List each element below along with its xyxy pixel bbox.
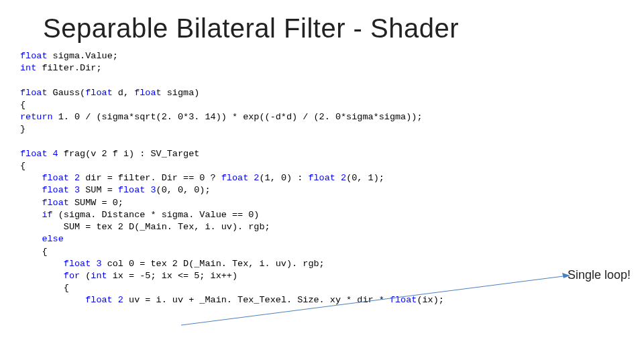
code-text: {	[20, 283, 69, 293]
keyword: float	[134, 88, 162, 98]
keyword: float 2	[20, 295, 123, 305]
code-text: Gauss(	[48, 88, 86, 98]
keyword: float	[85, 88, 113, 98]
code-block: float sigma.Value; int filter.Dir; float…	[20, 50, 624, 307]
keyword: return	[20, 112, 53, 122]
keyword: float 4	[20, 149, 58, 159]
callout-arrow	[181, 320, 570, 328]
keyword: float 3	[20, 185, 80, 195]
code-text: d,	[113, 88, 134, 98]
code-text: (sigma. Distance * sigma. Value == 0)	[53, 210, 260, 220]
code-text: (0, 1);	[346, 173, 384, 183]
code-text: sigma.Value;	[48, 51, 118, 61]
keyword: float	[20, 88, 48, 98]
keyword: float 2	[221, 173, 260, 183]
code-text: dir = filter. Dir == 0 ?	[80, 173, 221, 183]
slide-title: Separable Bilateral Filter - Shader	[43, 13, 624, 44]
keyword: float	[20, 198, 69, 208]
code-text: 1. 0 / (sigma*sqrt(2. 0*3. 14)) * exp((-…	[53, 112, 423, 122]
keyword: else	[20, 234, 64, 244]
code-text: col 0 = tex 2 D(_Main. Tex, i. uv). rgb;	[102, 259, 325, 269]
keyword: float 3	[118, 185, 156, 195]
keyword: float	[20, 51, 48, 61]
keyword: for	[20, 271, 80, 281]
code-text: (ix);	[417, 295, 444, 305]
code-text: SUM = tex 2 D(_Main. Tex, i. uv). rgb;	[20, 222, 270, 232]
keyword: if	[20, 210, 53, 220]
keyword: int	[91, 271, 107, 281]
code-text: (	[80, 271, 91, 281]
code-text: (1, 0) :	[259, 173, 308, 183]
code-text: {	[20, 100, 25, 110]
keyword: int	[20, 63, 36, 73]
code-text: {	[20, 247, 48, 257]
code-text: frag(v 2 f i) : SV_Target	[58, 149, 200, 159]
code-text: {	[20, 161, 25, 171]
callout-label: Single loop!	[568, 268, 631, 282]
code-text: SUM =	[80, 185, 118, 195]
code-text: SUMW = 0;	[69, 198, 123, 208]
code-text: (0, 0, 0);	[156, 185, 211, 195]
code-text: filter.Dir;	[36, 63, 101, 73]
code-text: sigma)	[162, 88, 200, 98]
code-text: }	[20, 124, 25, 134]
keyword: float 2	[308, 173, 346, 183]
code-text: ix = -5; ix <= 5; ix++)	[107, 271, 237, 281]
keyword: float 2	[20, 173, 80, 183]
keyword: float 3	[20, 259, 102, 269]
